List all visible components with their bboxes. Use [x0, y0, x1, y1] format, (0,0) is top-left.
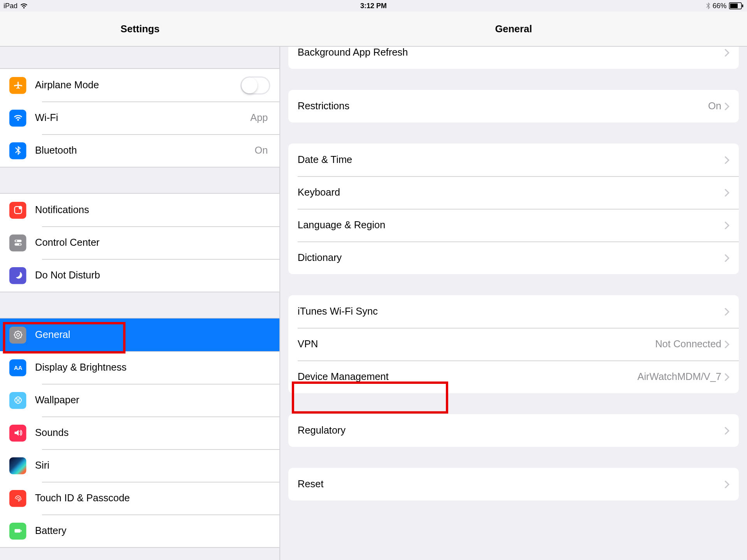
- row-lang-region[interactable]: Language & Region: [288, 209, 739, 242]
- reset-label: Reset: [298, 478, 725, 490]
- sidebar-item-battery[interactable]: Battery: [0, 514, 280, 547]
- bluetooth-status-icon: [706, 2, 710, 9]
- wifi-settings-icon: [9, 109, 26, 126]
- notifications-icon: [9, 201, 26, 219]
- chevron-icon: [725, 427, 729, 434]
- sidebar-group-notifications: Notifications Control Center Do Not Dist…: [0, 193, 280, 292]
- svg-text:AA: AA: [14, 364, 22, 371]
- sidebar-navbar: Settings: [0, 12, 280, 47]
- control-center-icon: [9, 234, 26, 251]
- chevron-icon: [725, 156, 729, 164]
- wallpaper-icon: [9, 392, 26, 409]
- vpn-value: Not Connected: [655, 338, 721, 350]
- row-date-time[interactable]: Date & Time: [288, 144, 739, 176]
- row-bg-app-refresh[interactable]: Background App Refresh: [288, 47, 739, 69]
- airplane-mode-toggle[interactable]: [240, 76, 270, 94]
- restrictions-label: Restrictions: [298, 100, 708, 112]
- touchid-icon: [9, 490, 26, 507]
- dictionary-label: Dictionary: [298, 252, 725, 264]
- wifi-icon: [20, 3, 28, 9]
- chevron-icon: [725, 49, 729, 56]
- row-device-management[interactable]: Device Management AirWatchMDM/V_7: [288, 360, 739, 393]
- notifications-label: Notifications: [35, 204, 270, 216]
- sounds-label: Sounds: [35, 427, 270, 439]
- bg-app-refresh-label: Background App Refresh: [298, 47, 725, 58]
- svg-point-8: [19, 243, 20, 245]
- chevron-icon: [725, 189, 729, 196]
- svg-point-7: [15, 240, 17, 242]
- settings-sidebar[interactable]: Airplane Mode Wi-Fi App Bluetooth On: [0, 47, 280, 560]
- status-time: 3:12 PM: [360, 2, 387, 10]
- sidebar-item-touchid[interactable]: Touch ID & Passcode: [0, 482, 280, 514]
- row-restrictions[interactable]: Restrictions On: [288, 90, 739, 122]
- detail-group-1: Restrictions On: [288, 90, 739, 122]
- chevron-icon: [725, 221, 729, 229]
- sidebar-group-connectivity: Airplane Mode Wi-Fi App Bluetooth On: [0, 68, 280, 168]
- svg-rect-1: [730, 4, 738, 8]
- sidebar-item-airplane-mode[interactable]: Airplane Mode: [0, 69, 280, 102]
- detail-group-3: iTunes Wi-Fi Sync VPN Not Connected Devi…: [288, 295, 739, 393]
- date-time-label: Date & Time: [298, 154, 725, 166]
- detail-group-5: Reset: [288, 468, 739, 500]
- dnd-icon: [9, 267, 26, 284]
- sidebar-item-control-center[interactable]: Control Center: [0, 226, 280, 259]
- sounds-icon: [9, 424, 26, 441]
- svg-rect-2: [742, 4, 743, 7]
- status-bar: iPad 3:12 PM 66%: [0, 0, 747, 12]
- sidebar-item-wifi[interactable]: Wi-Fi App: [0, 102, 280, 134]
- svg-rect-25: [14, 529, 20, 533]
- detail-title: General: [495, 23, 532, 35]
- row-regulatory[interactable]: Regulatory: [288, 414, 739, 447]
- wifi-label: Wi-Fi: [35, 112, 250, 124]
- dnd-label: Do Not Disturb: [35, 270, 270, 281]
- wifi-value: App: [250, 112, 268, 124]
- chevron-icon: [725, 308, 729, 315]
- sidebar-item-dnd[interactable]: Do Not Disturb: [0, 259, 280, 292]
- siri-icon: [9, 457, 26, 474]
- detail-navbar: General: [280, 12, 747, 47]
- sidebar-title: Settings: [121, 23, 160, 35]
- sidebar-group-general: General AA Display & Brightness Wallpape…: [0, 318, 280, 548]
- vpn-label: VPN: [298, 338, 655, 350]
- general-label: General: [35, 329, 270, 341]
- device-mgmt-value: AirWatchMDM/V_7: [637, 371, 721, 383]
- display-label: Display & Brightness: [35, 362, 270, 373]
- itunes-wifi-sync-label: iTunes Wi-Fi Sync: [298, 306, 725, 317]
- airplane-icon: [9, 77, 26, 94]
- svg-point-10: [16, 333, 19, 336]
- general-icon: [9, 326, 26, 343]
- lang-region-label: Language & Region: [298, 219, 725, 231]
- sidebar-item-general[interactable]: General: [0, 318, 280, 351]
- row-reset[interactable]: Reset: [288, 468, 739, 500]
- chevron-icon: [725, 254, 729, 262]
- battery-percent: 66%: [712, 2, 726, 10]
- chevron-icon: [725, 373, 729, 381]
- battery-icon-row: [9, 522, 26, 539]
- chevron-icon: [725, 102, 729, 110]
- sidebar-item-sounds[interactable]: Sounds: [0, 416, 280, 449]
- battery-label: Battery: [35, 525, 270, 537]
- battery-icon: [729, 2, 744, 9]
- general-detail[interactable]: Background App Refresh Restrictions On D…: [280, 47, 747, 560]
- sidebar-item-display[interactable]: AA Display & Brightness: [0, 351, 280, 384]
- row-dictionary[interactable]: Dictionary: [288, 242, 739, 274]
- row-vpn[interactable]: VPN Not Connected: [288, 328, 739, 360]
- airplane-mode-label: Airplane Mode: [35, 79, 240, 91]
- sidebar-item-notifications[interactable]: Notifications: [0, 194, 280, 226]
- sidebar-item-bluetooth[interactable]: Bluetooth On: [0, 134, 280, 167]
- row-keyboard[interactable]: Keyboard: [288, 176, 739, 209]
- bluetooth-value: On: [254, 145, 268, 156]
- row-itunes-wifi-sync[interactable]: iTunes Wi-Fi Sync: [288, 295, 739, 328]
- bluetooth-label: Bluetooth: [35, 145, 254, 156]
- wallpaper-label: Wallpaper: [35, 394, 270, 406]
- chevron-icon: [725, 340, 729, 348]
- sidebar-item-siri[interactable]: Siri: [0, 449, 280, 482]
- keyboard-label: Keyboard: [298, 187, 725, 198]
- svg-rect-26: [21, 530, 21, 532]
- detail-group-4: Regulatory: [288, 414, 739, 447]
- chevron-icon: [725, 480, 729, 488]
- bluetooth-icon: [9, 142, 26, 159]
- sidebar-item-wallpaper[interactable]: Wallpaper: [0, 384, 280, 416]
- device-mgmt-label: Device Management: [298, 371, 637, 383]
- svg-point-4: [18, 206, 22, 210]
